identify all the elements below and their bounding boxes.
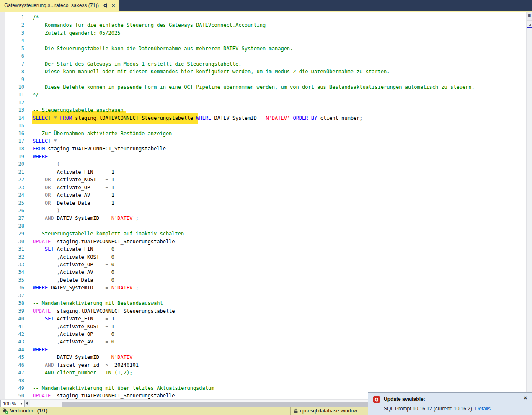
code-line: 36WHERE DATEV_SystemID = N'DATEV';	[0, 284, 526, 291]
line-number: 8	[0, 68, 24, 75]
code-text: ,Activate_AV = 0	[33, 338, 114, 345]
line-number: 4	[0, 37, 24, 44]
code-text: Der Start des Gateways im Modus 1 erstel…	[33, 60, 242, 68]
code-text: Diese kann manuell oder mit diesen Komma…	[33, 68, 390, 75]
code-line: 29-- Steuerungstabelle komplett auf inak…	[0, 230, 526, 237]
code-text: -- Steuerungstabelle komplett auf inakti…	[33, 230, 184, 237]
code-line: 19WHERE	[0, 153, 526, 160]
code-text: AND fiscal_year_id >= 20240101	[33, 361, 139, 369]
line-number: 37	[0, 292, 24, 299]
code-line: 23 OR Activate_OP = 1	[0, 184, 526, 191]
code-line: 41 ,Activate_KOST = 1	[0, 323, 526, 330]
line-number: 45	[0, 353, 24, 361]
code-text: -- Mandantenaktivierung mit Bestandsausw…	[33, 299, 163, 307]
document-tabstrip: Gatewaysteuerung.s...rateco_saxess (71))…	[0, 0, 532, 11]
line-number: 28	[0, 222, 24, 230]
code-line: 18FROM staging.tDATEVCONNECT_Steuerungst…	[0, 145, 526, 152]
code-line: 2 Kommandos für die einfache Steuerung d…	[0, 21, 526, 29]
line-number: 11	[0, 91, 24, 98]
update-notification: Q Update available: ✕ SQL Prompt 10.16.1…	[368, 392, 532, 415]
code-line: 35 ,Delete_Data = 0	[0, 276, 526, 284]
code-line: 15	[0, 122, 526, 129]
line-number: 46	[0, 361, 24, 369]
line-number: 50	[0, 392, 24, 399]
line-number: 20	[0, 160, 24, 168]
scrollbar-options-icon[interactable]: ≡	[527, 12, 532, 21]
line-number: 14	[0, 114, 24, 122]
line-number: 5	[0, 45, 24, 52]
notification-body-text: SQL Prompt 10.16.12 (current: 10.16.2)	[384, 406, 472, 412]
code-text: OR Delete_Data = 1	[33, 199, 114, 207]
code-text: WHERE	[33, 346, 48, 353]
line-number: 10	[0, 83, 24, 91]
line-number: 22	[0, 176, 24, 183]
code-text: SELECT * FROM staging.tDATEVCONNECT_Steu…	[33, 114, 363, 122]
code-line: 30UPDATE staging.tDATEVCONNECT_Steuerung…	[0, 238, 526, 245]
code-text: Diese Befehle können in passende Form in…	[33, 83, 475, 91]
code-text: OR Activate_OP = 1	[33, 184, 114, 191]
line-number: 18	[0, 145, 24, 152]
line-number: 25	[0, 199, 24, 207]
code-line: 8 Diese kann manuell oder mit diesen Kom…	[0, 68, 526, 75]
code-text: SET Activate_FIN = 0	[33, 245, 114, 253]
sql-editor[interactable]: 1/*2 Kommandos für die einfache Steuerun…	[0, 12, 526, 399]
code-line: 47-- AND client_number IN (1,2);	[0, 369, 526, 376]
notification-body: SQL Prompt 10.16.12 (current: 10.16.2) D…	[384, 406, 491, 412]
code-line: 13-- Steuerungstabelle anschauen	[0, 106, 526, 114]
close-tab-icon[interactable]: ✕	[111, 3, 115, 8]
chevron-down-icon[interactable]	[20, 403, 23, 405]
line-number: 29	[0, 230, 24, 237]
code-line: 26 )	[0, 207, 526, 214]
line-number: 7	[0, 60, 24, 68]
code-line: 27 AND DATEV_SystemID = N'DATEV';	[0, 214, 526, 222]
notification-close-icon[interactable]: ✕	[524, 395, 527, 401]
details-link[interactable]: Details	[475, 406, 491, 412]
text-caret	[32, 15, 32, 21]
code-text: AND DATEV_SystemID = N'DATEV';	[33, 214, 139, 222]
vertical-scrollbar[interactable]: ≡	[526, 12, 532, 399]
line-number: 30	[0, 238, 24, 245]
line-number: 42	[0, 330, 24, 338]
line-number: 34	[0, 268, 24, 276]
code-text: ,Delete_Data = 0	[33, 276, 114, 284]
code-text: Zuletzt geändert: 05/2025	[33, 29, 121, 37]
line-number: 41	[0, 323, 24, 330]
line-number: 15	[0, 122, 24, 129]
line-number: 16	[0, 130, 24, 137]
code-line: 7 Der Start des Gateways im Modus 1 erst…	[0, 60, 526, 68]
line-number: 33	[0, 261, 24, 268]
code-text: DATEV_SystemID = N'DATEV'	[33, 353, 136, 361]
code-text: ,Activate_OP = 0	[33, 330, 114, 338]
code-text: */	[33, 91, 39, 98]
code-text: Kommandos für die einfache Steuerung des…	[33, 21, 266, 29]
pin-icon[interactable]	[103, 3, 108, 8]
line-number: 9	[0, 76, 24, 83]
code-area: 1/*2 Kommandos für die einfache Steuerun…	[0, 14, 526, 399]
line-number: 40	[0, 315, 24, 322]
code-line: 25 OR Delete_Data = 1	[0, 199, 526, 207]
code-line: 6	[0, 52, 526, 60]
code-line: 22 OR Activate_KOST = 1	[0, 176, 526, 183]
code-text: SET Activate_FIN = 1	[33, 315, 114, 322]
code-line: 16-- Zur Übernahmen aktivierte Bestände …	[0, 130, 526, 137]
lock-icon	[294, 408, 298, 415]
code-text: /*	[33, 14, 39, 21]
code-line: 31 SET Activate_FIN = 0	[0, 245, 526, 253]
code-line: 39UPDATE staging.tDATEVCONNECT_Steuerung…	[0, 307, 526, 315]
code-text: ,Activate_KOST = 1	[33, 323, 114, 330]
line-number: 23	[0, 184, 24, 191]
scroll-left-arrow-icon[interactable]	[26, 402, 28, 405]
notification-title: Update available:	[384, 396, 425, 402]
line-number: 6	[0, 52, 24, 60]
code-line: 1/*	[0, 14, 526, 21]
code-text: Activate_FIN = 1	[33, 168, 114, 176]
document-tab[interactable]: Gatewaysteuerung.s...rateco_saxess (71))…	[0, 0, 119, 11]
line-number: 47	[0, 369, 24, 376]
code-line: 3 Zuletzt geändert: 05/2025	[0, 29, 526, 37]
connection-status-text: Verbunden. (1/1)	[10, 408, 47, 414]
code-line: 33 ,Activate_OP = 0	[0, 261, 526, 268]
editor-zoom-select[interactable]: 100 %	[0, 400, 25, 407]
line-number: 17	[0, 137, 24, 145]
code-line: 42 ,Activate_OP = 0	[0, 330, 526, 338]
code-line: 10 Diese Befehle können in passende Form…	[0, 83, 526, 91]
